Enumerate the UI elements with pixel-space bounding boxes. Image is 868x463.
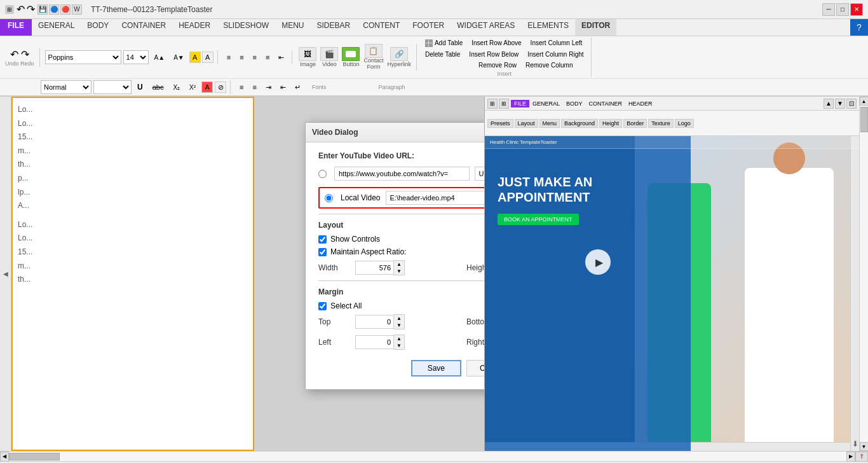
- editor-menu[interactable]: EDITOR: [575, 19, 616, 36]
- maximize-btn[interactable]: □: [836, 3, 849, 16]
- scroll-left-btn[interactable]: ◀: [0, 452, 9, 462]
- toolbar-btn-1[interactable]: 💾: [37, 4, 48, 15]
- preview-texture-btn[interactable]: Texture: [648, 119, 674, 128]
- hyperlink-btn[interactable]: 🔗 Hyperlink: [387, 47, 411, 67]
- width-down-btn[interactable]: ▼: [394, 268, 404, 275]
- undo-icon[interactable]: ↶: [10, 48, 18, 60]
- delete-table-btn[interactable]: Delete Table: [422, 49, 463, 60]
- file-menu[interactable]: FILE: [0, 19, 32, 36]
- header-menu[interactable]: HEADER: [172, 19, 217, 36]
- preview-bg-btn[interactable]: Background: [561, 119, 598, 128]
- image-btn[interactable]: 🖼 Image: [299, 47, 316, 67]
- add-table-btn[interactable]: Add Table: [422, 38, 466, 48]
- font-color-btn[interactable]: A: [202, 52, 214, 63]
- left-up-btn[interactable]: ▲: [394, 335, 404, 342]
- body-menu[interactable]: BODY: [81, 19, 115, 36]
- play-btn[interactable]: ▶: [585, 249, 611, 275]
- scroll-thumb[interactable]: [860, 107, 868, 132]
- redo-icon[interactable]: ↷: [21, 48, 29, 60]
- indent-btn[interactable]: ⇤: [275, 51, 288, 64]
- help-btn[interactable]: ?: [850, 19, 868, 36]
- preview-general-tab[interactable]: GENERAL: [529, 100, 563, 107]
- top-down-btn[interactable]: ▼: [394, 322, 404, 329]
- preview-logo-btn[interactable]: Logo: [675, 119, 694, 128]
- close-btn[interactable]: ✕: [850, 3, 863, 16]
- list-ul-btn[interactable]: ≡: [236, 81, 247, 93]
- content-menu[interactable]: CONTENT: [356, 19, 406, 36]
- width-input[interactable]: [355, 261, 393, 275]
- align-justify-btn[interactable]: ≡: [262, 51, 273, 64]
- toolbar-btn-2[interactable]: 🔵: [49, 4, 59, 15]
- book-appointment-btn[interactable]: BOOK AN APPOINTMENT: [498, 214, 579, 225]
- list-ol-btn[interactable]: ≡: [249, 81, 261, 93]
- save-btn[interactable]: Save: [411, 360, 461, 377]
- show-controls-checkbox[interactable]: [318, 235, 327, 244]
- toolbar-btn-3[interactable]: 🔴: [60, 4, 71, 15]
- align-left-btn[interactable]: ≡: [223, 51, 234, 64]
- align-right-btn[interactable]: ≡: [249, 51, 261, 64]
- preview-vscrollbar[interactable]: ⬇: [850, 136, 859, 451]
- nav-up-arrow[interactable]: ▲: [824, 99, 834, 109]
- nav-down-arrow[interactable]: ▼: [835, 99, 845, 109]
- left-input[interactable]: [355, 335, 393, 349]
- font-increase-btn[interactable]: A▲: [151, 51, 169, 64]
- container-menu[interactable]: CONTAINER: [115, 19, 172, 36]
- local-video-path-input[interactable]: [386, 191, 485, 205]
- insert-col-left-btn[interactable]: Insert Column Left: [527, 38, 586, 48]
- cancel-btn[interactable]: Cancel: [466, 360, 484, 377]
- subscript-btn[interactable]: X₂: [169, 81, 184, 93]
- youtube-id-input[interactable]: [475, 167, 485, 181]
- top-up-btn[interactable]: ▲: [394, 315, 404, 322]
- insert-row-above-btn[interactable]: Insert Row Above: [468, 38, 524, 48]
- slideshow-menu[interactable]: SLIDESHOW: [217, 19, 275, 36]
- sidebar-menu[interactable]: SIDEBAR: [311, 19, 357, 36]
- toolbar-btn-4[interactable]: W: [72, 4, 82, 15]
- preview-menu-btn[interactable]: Menu: [539, 119, 560, 128]
- right-scrollbar[interactable]: ▲ ▼: [859, 97, 868, 451]
- youtube-radio[interactable]: [318, 170, 327, 178]
- scroll-to-top-btn[interactable]: ⇑: [855, 452, 868, 462]
- button-btn[interactable]: Button: [342, 47, 360, 67]
- preview-body-tab[interactable]: BODY: [563, 100, 586, 107]
- preview-presets-btn[interactable]: Presets: [487, 119, 513, 128]
- elements-menu[interactable]: ELEMENTS: [521, 19, 575, 36]
- clear-format-btn[interactable]: ⊘: [215, 81, 226, 93]
- format-select[interactable]: Normal: [41, 80, 92, 94]
- sidebar-toggle[interactable]: ◀: [0, 97, 11, 451]
- align-center-btn[interactable]: ≡: [236, 51, 247, 64]
- preview-btn-1[interactable]: ⊞: [487, 99, 498, 109]
- superscript-btn[interactable]: X²: [186, 81, 200, 93]
- preview-layout-btn[interactable]: Layout: [515, 119, 538, 128]
- select-all-checkbox[interactable]: [318, 302, 327, 310]
- h-scroll-thumb[interactable]: [9, 453, 60, 460]
- indent-decrease-btn[interactable]: ⇤: [276, 81, 290, 93]
- top-input[interactable]: [355, 315, 393, 329]
- bold-btn[interactable]: U: [133, 81, 147, 93]
- highlight-color-btn[interactable]: A: [189, 52, 201, 63]
- font-size-select[interactable]: 14: [123, 50, 149, 64]
- width-up-btn[interactable]: ▲: [394, 261, 404, 268]
- menu-menu[interactable]: MENU: [275, 19, 310, 36]
- indent-3-btn[interactable]: ↵: [291, 81, 304, 93]
- footer-menu[interactable]: FOOTER: [406, 19, 451, 36]
- left-down-btn[interactable]: ▼: [394, 342, 404, 349]
- scroll-up-btn[interactable]: ▲: [860, 97, 869, 106]
- remove-col-btn[interactable]: Remove Column: [522, 60, 576, 71]
- preview-container-tab[interactable]: CONTAINER: [586, 100, 625, 107]
- preview-file-tab[interactable]: FILE: [511, 100, 529, 107]
- insert-col-right-btn[interactable]: Insert Column Right: [524, 49, 587, 60]
- scroll-down-btn[interactable]: ▼: [860, 442, 869, 451]
- font-decrease-btn[interactable]: A▼: [170, 51, 188, 64]
- maintain-aspect-checkbox[interactable]: [318, 248, 327, 256]
- video-btn[interactable]: 🎬 Video: [320, 47, 338, 67]
- font-name-select[interactable]: Poppins: [45, 50, 121, 64]
- preview-btn-2[interactable]: ⊞: [499, 99, 509, 109]
- minimize-btn[interactable]: ─: [822, 3, 835, 16]
- insert-row-below-btn[interactable]: Insert Row Below: [466, 49, 522, 60]
- strikethrough-btn[interactable]: abc: [149, 81, 168, 93]
- preview-header-tab[interactable]: HEADER: [625, 100, 656, 107]
- general-menu[interactable]: GENERAL: [32, 19, 81, 36]
- indent-increase-btn[interactable]: ⇥: [262, 81, 275, 93]
- scroll-right-btn[interactable]: ▶: [846, 452, 855, 462]
- redo-btn[interactable]: ↷: [27, 3, 35, 15]
